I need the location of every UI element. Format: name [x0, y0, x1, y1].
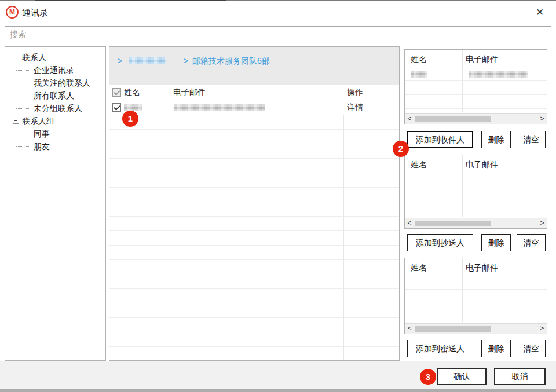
breadcrumb-redacted-link[interactable] — [129, 57, 166, 64]
add-to-recipients-button[interactable]: 添加到收件人 — [407, 131, 473, 148]
annotation-badge-3: 3 — [420, 369, 436, 385]
annotation-badge-2: 2 — [393, 141, 409, 157]
delete-bcc-button[interactable]: 删除 — [481, 340, 511, 357]
tree-item-label: 所有联系人 — [34, 91, 74, 100]
breadcrumb-separator: > — [118, 56, 122, 65]
row-checkbox[interactable] — [112, 103, 121, 112]
tree-item-label: 联系人组 — [22, 116, 54, 126]
redacted-contact-email — [469, 71, 528, 78]
tree-item-label: 我关注的联系人 — [34, 78, 90, 87]
clear-recipients-button[interactable]: 清空 — [517, 131, 546, 148]
tree-item-all-contacts[interactable]: 所有联系人 — [5, 89, 105, 102]
column-header-name: 姓名 — [124, 87, 140, 98]
tree-item-label: 朋友 — [34, 142, 50, 151]
column-header-action: 操作 — [347, 87, 363, 98]
bcc-table: 姓名 电子邮件 < > — [404, 258, 547, 334]
tree-item-friends[interactable]: 朋友 — [5, 140, 105, 153]
column-header-name: 姓名 — [411, 263, 427, 273]
tree-item-label: 企业通讯录 — [34, 65, 74, 75]
background-window-edge — [0, 389, 556, 392]
column-header-email: 电子邮件 — [173, 87, 206, 98]
table-empty-rows — [405, 276, 547, 323]
column-divider — [462, 258, 463, 322]
delete-cc-button[interactable]: 删除 — [481, 234, 511, 251]
tree-item-label: 同事 — [34, 129, 50, 138]
column-divider — [462, 155, 463, 217]
tree-item-label: 未分组联系人 — [34, 104, 82, 113]
cc-table: 姓名 电子邮件 < > — [404, 155, 547, 229]
redacted-contact-name — [124, 104, 142, 111]
breadcrumb-current[interactable]: 邮箱技术服务团队6部 — [192, 56, 270, 67]
details-link[interactable]: 详情 — [347, 102, 363, 113]
column-divider — [169, 85, 169, 360]
contacts-tree: 联系人 企业通讯录 我关注的联系人 所有联系人 未分组联系人 联系人组 同事 — [5, 47, 105, 153]
tree-item-contacts[interactable]: 联系人 — [5, 51, 105, 64]
clear-bcc-button[interactable]: 清空 — [517, 340, 546, 357]
table-empty-rows — [405, 173, 547, 218]
mailmaster-logo-icon: M — [6, 6, 19, 19]
scroll-right-icon[interactable]: > — [538, 114, 546, 124]
scroll-left-icon[interactable]: < — [405, 114, 414, 124]
scroll-left-icon[interactable]: < — [405, 218, 414, 228]
tree-item-colleagues[interactable]: 同事 — [5, 127, 105, 140]
column-header-name: 姓名 — [411, 160, 427, 170]
contact-table-header: 姓名 电子邮件 操作 — [109, 85, 399, 100]
contacts-tree-panel: 联系人 企业通讯录 我关注的联系人 所有联系人 未分组联系人 联系人组 同事 — [5, 46, 106, 361]
tree-item-ungrouped-contacts[interactable]: 未分组联系人 — [5, 102, 105, 115]
scroll-right-icon[interactable]: > — [538, 324, 546, 334]
scrollbar-thumb[interactable] — [415, 221, 491, 226]
scroll-right-icon[interactable]: > — [538, 218, 546, 228]
column-header-email: 电子邮件 — [466, 263, 498, 273]
tree-item-contact-groups[interactable]: 联系人组 — [5, 115, 105, 127]
cancel-button[interactable]: 取消 — [494, 368, 546, 385]
column-header-email: 电子邮件 — [466, 160, 498, 170]
collapse-icon[interactable] — [13, 54, 19, 60]
column-header-email: 电子邮件 — [466, 54, 498, 65]
address-book-dialog: M 通讯录 ✕ 联系人 企业通讯录 我关注的联系人 所有联系人 未分组联系人 — [0, 0, 556, 392]
breadcrumb: > > 邮箱技术服务团队6部 — [109, 47, 399, 85]
collapse-icon[interactable] — [13, 118, 19, 124]
redacted-contact-name — [411, 71, 427, 78]
clear-cc-button[interactable]: 清空 — [517, 234, 546, 251]
column-header-name: 姓名 — [411, 54, 427, 65]
redacted-contact-email — [174, 104, 265, 111]
contact-table-empty-rows — [109, 115, 399, 360]
scrollbar-thumb[interactable] — [415, 326, 491, 332]
add-to-bcc-button[interactable]: 添加到密送人 — [407, 340, 473, 357]
contact-table-row: 详情 — [109, 100, 399, 115]
contact-list-panel: > > 邮箱技术服务团队6部 姓名 电子邮件 操作 详情 — [109, 46, 400, 361]
delete-recipient-button[interactable]: 删除 — [481, 131, 511, 148]
select-all-checkbox[interactable] — [112, 88, 121, 97]
breadcrumb-separator: > — [184, 56, 188, 65]
dialog-title: 通讯录 — [22, 8, 48, 19]
column-divider — [462, 50, 463, 112]
annotation-badge-1: 1 — [122, 111, 138, 127]
scroll-left-icon[interactable]: < — [405, 324, 414, 334]
recipients-table: 姓名 电子邮件 < > — [404, 49, 547, 124]
column-divider — [343, 85, 344, 360]
horizontal-scrollbar[interactable]: < > — [405, 218, 547, 228]
search-input[interactable] — [5, 26, 551, 42]
close-icon[interactable]: ✕ — [532, 5, 548, 21]
tree-item-label: 联系人 — [22, 53, 46, 62]
titlebar: M 通讯录 ✕ — [0, 1, 556, 23]
add-to-cc-button[interactable]: 添加到抄送人 — [407, 234, 473, 251]
tree-item-followed-contacts[interactable]: 我关注的联系人 — [5, 76, 105, 89]
horizontal-scrollbar[interactable]: < > — [405, 113, 547, 124]
horizontal-scrollbar[interactable]: < > — [405, 323, 547, 334]
tree-item-enterprise-addressbook[interactable]: 企业通讯录 — [5, 64, 105, 76]
confirm-button[interactable]: 确认 — [437, 368, 487, 385]
scrollbar-thumb[interactable] — [415, 116, 491, 122]
